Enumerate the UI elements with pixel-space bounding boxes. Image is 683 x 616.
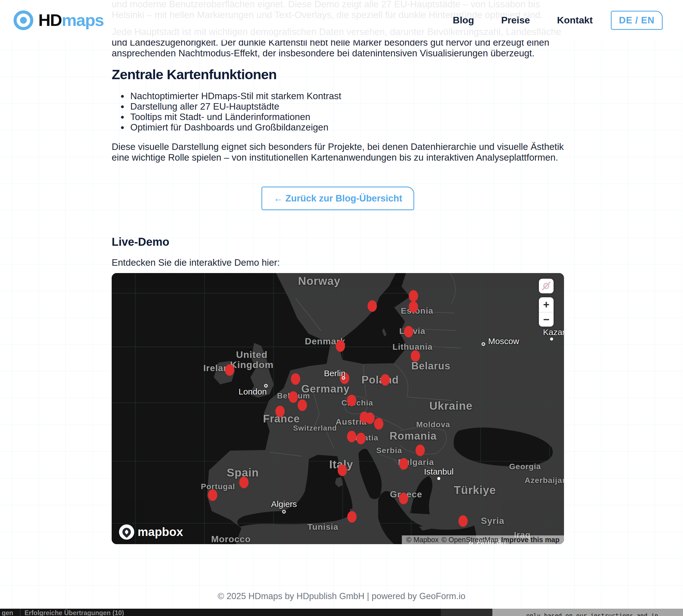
map-city-label-layer: LondonBerlinMoscowKazanIstanbulAlgiersAm… bbox=[112, 273, 564, 544]
city-label-kazan: Kazan bbox=[543, 327, 564, 337]
city-ring-icon-berlin bbox=[342, 376, 345, 380]
brand-text-hd: HD bbox=[38, 11, 62, 29]
attribution-osm-link[interactable]: © OpenStreetMap bbox=[441, 536, 498, 544]
demo-intro: Entdecken Sie die interaktive Demo hier: bbox=[112, 257, 564, 268]
city-label-istanbul: Istanbul bbox=[424, 467, 453, 477]
header: HDmaps BlogPreiseKontakt DE / EN bbox=[0, 0, 683, 40]
mapbox-pin-icon bbox=[119, 524, 134, 540]
demo-heading: Live-Demo bbox=[112, 236, 564, 248]
map-style-button[interactable]: ⚙ bbox=[539, 279, 554, 293]
feature-item: Optimiert für Dashboards und Großbildanz… bbox=[129, 122, 564, 132]
back-button-row: ← Zurück zur Blog-Übersicht bbox=[112, 186, 564, 210]
nav-item-kontakt[interactable]: Kontakt bbox=[557, 15, 593, 26]
taskbar-left-fragment: gen bbox=[0, 609, 16, 616]
features-list: Nachtoptimierter HDmaps-Stil mit starkem… bbox=[122, 91, 564, 132]
city-label-algiers: Algiers bbox=[271, 499, 297, 509]
nav-item-preise[interactable]: Preise bbox=[501, 15, 530, 26]
language-toggle-button[interactable]: DE / EN bbox=[611, 11, 663, 30]
city-ring-icon-london bbox=[264, 384, 268, 388]
city-dot-icon-istanbul bbox=[437, 477, 441, 480]
map-canvas[interactable]: NorwayEstoniaLatviaLithuaniaBelarusDenma… bbox=[112, 273, 564, 544]
attribution-improve-link[interactable]: Improve this map bbox=[501, 536, 559, 544]
city-dot-icon-kazan bbox=[550, 337, 553, 341]
bottom-taskbar: gen Erfolgreiche Übertragungen (10) only… bbox=[0, 609, 683, 616]
feature-item: Tooltips mit Stadt- und Länderinformatio… bbox=[129, 112, 564, 122]
taskbar-status-text: Erfolgreiche Übertragungen (10) bbox=[24, 609, 124, 616]
brand-text: HDmaps bbox=[38, 10, 104, 30]
features-heading: Zentrale Kartenfunktionen bbox=[112, 66, 564, 82]
city-ring-icon-algiers bbox=[282, 510, 286, 514]
brand-circle-icon bbox=[14, 10, 33, 30]
mapbox-logo[interactable]: mapbox bbox=[119, 524, 183, 540]
header-nav: BlogPreiseKontakt bbox=[453, 15, 593, 26]
back-to-blog-button[interactable]: ← Zurück zur Blog-Übersicht bbox=[261, 186, 414, 210]
nav-item-blog[interactable]: Blog bbox=[453, 15, 474, 26]
feature-item: Nachtoptimierter HDmaps-Stil mit starkem… bbox=[129, 91, 564, 101]
taskbar-window-segment[interactable] bbox=[441, 609, 492, 616]
city-ring-icon-moscow bbox=[482, 343, 485, 346]
city-label-moscow: Moscow bbox=[488, 336, 519, 346]
city-label-london: London bbox=[239, 387, 267, 396]
mapbox-logo-text: mapbox bbox=[137, 525, 183, 539]
feature-item: Darstellung aller 27 EU-Hauptstädte bbox=[129, 101, 564, 112]
footer-copyright: © 2025 HDmaps by HDpublish GmbH | powere… bbox=[0, 591, 683, 601]
closing-paragraph: Diese visuelle Darstellung eignet sich b… bbox=[112, 141, 564, 163]
terminal-window-fragment[interactable]: only based on our instructions and in bbox=[492, 609, 683, 616]
map-attribution: © Mapbox © OpenStreetMap Improve this ma… bbox=[402, 535, 564, 544]
map-zoom-control: + − bbox=[539, 297, 554, 327]
attribution-mapbox-link[interactable]: © Mapbox bbox=[406, 536, 439, 544]
brand-text-maps: maps bbox=[62, 11, 104, 29]
taskbar-divider bbox=[20, 609, 21, 616]
brand-logo[interactable]: HDmaps bbox=[14, 10, 104, 30]
zoom-in-button[interactable]: + bbox=[539, 297, 554, 312]
article: und moderne Benutzeroberflächen eignet. … bbox=[112, 0, 564, 544]
zoom-out-button[interactable]: − bbox=[539, 312, 554, 327]
